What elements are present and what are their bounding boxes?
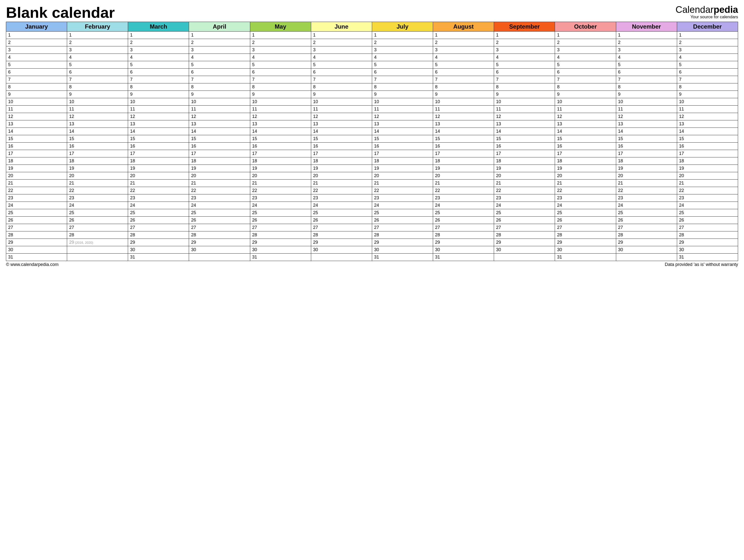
day-cell: 8 — [67, 83, 128, 91]
day-cell: 19 — [128, 165, 189, 172]
day-cell: 25 — [433, 209, 494, 217]
day-cell: 25 — [6, 209, 67, 217]
day-cell: 22 — [128, 187, 189, 194]
day-cell: 9 — [494, 91, 555, 98]
day-cell: 21 — [433, 180, 494, 187]
day-cell: 5 — [677, 61, 738, 69]
day-cell: 30 — [372, 246, 433, 254]
day-cell: 19 — [67, 165, 128, 172]
day-cell: 15 — [128, 135, 189, 143]
day-cell: 21 — [67, 180, 128, 187]
day-cell: 29 — [433, 239, 494, 246]
day-cell: 16 — [311, 143, 372, 150]
day-cell: 18 — [372, 157, 433, 165]
day-cell: 20 — [67, 172, 128, 180]
day-cell: 25 — [250, 209, 311, 217]
day-cell: 31 — [433, 254, 494, 261]
day-row-4: 444444444444 — [6, 54, 738, 61]
day-cell: 7 — [67, 76, 128, 83]
day-cell: 15 — [250, 135, 311, 143]
day-cell: 2 — [616, 39, 677, 46]
day-cell: 4 — [494, 54, 555, 61]
day-cell: 19 — [677, 165, 738, 172]
day-cell: 29 — [189, 239, 250, 246]
day-cell: 12 — [616, 113, 677, 120]
day-cell: 9 — [67, 91, 128, 98]
day-row-10: 101010101010101010101010 — [6, 98, 738, 106]
day-cell: 15 — [67, 135, 128, 143]
day-cell: 30 — [250, 246, 311, 254]
day-cell: 2 — [372, 39, 433, 46]
day-row-11: 111111111111111111111111 — [6, 106, 738, 113]
day-cell: 28 — [616, 231, 677, 239]
day-cell: 18 — [250, 157, 311, 165]
day-cell: 14 — [311, 128, 372, 135]
day-cell: 26 — [616, 217, 677, 224]
day-cell: 21 — [372, 180, 433, 187]
day-cell: 13 — [555, 120, 616, 128]
day-cell: 25 — [128, 209, 189, 217]
day-cell: 24 — [555, 202, 616, 209]
day-cell: 23 — [6, 194, 67, 202]
month-header-february: February — [67, 22, 128, 32]
day-cell — [189, 254, 250, 261]
day-cell: 2 — [6, 39, 67, 46]
day-cell: 23 — [250, 194, 311, 202]
day-cell: 18 — [555, 157, 616, 165]
day-cell: 24 — [250, 202, 311, 209]
day-cell: 29 — [616, 239, 677, 246]
day-cell: 3 — [250, 46, 311, 54]
day-cell: 12 — [494, 113, 555, 120]
day-cell: 10 — [189, 98, 250, 106]
day-row-21: 212121212121212121212121 — [6, 180, 738, 187]
day-cell: 6 — [494, 69, 555, 76]
day-cell: 30 — [128, 246, 189, 254]
day-cell: 18 — [189, 157, 250, 165]
day-row-8: 888888888888 — [6, 83, 738, 91]
day-cell: 31 — [128, 254, 189, 261]
day-cell: 7 — [128, 76, 189, 83]
day-cell — [67, 246, 128, 254]
day-cell: 10 — [67, 98, 128, 106]
day-cell: 15 — [6, 135, 67, 143]
day-cell: 8 — [677, 83, 738, 91]
day-cell: 11 — [372, 106, 433, 113]
day-cell: 19 — [494, 165, 555, 172]
day-cell: 17 — [67, 150, 128, 157]
day-cell: 7 — [189, 76, 250, 83]
day-cell: 1 — [128, 32, 189, 39]
day-cell: 28 — [555, 231, 616, 239]
day-cell: 13 — [67, 120, 128, 128]
day-cell: 17 — [6, 150, 67, 157]
day-cell: 24 — [128, 202, 189, 209]
day-cell: 23 — [372, 194, 433, 202]
day-cell: 10 — [128, 98, 189, 106]
day-cell: 4 — [433, 54, 494, 61]
day-cell: 13 — [128, 120, 189, 128]
day-cell: 12 — [250, 113, 311, 120]
day-cell: 13 — [311, 120, 372, 128]
day-cell: 21 — [250, 180, 311, 187]
day-cell: 24 — [189, 202, 250, 209]
day-cell: 5 — [555, 61, 616, 69]
day-row-15: 151515151515151515151515 — [6, 135, 738, 143]
day-cell: 15 — [433, 135, 494, 143]
day-cell: 27 — [494, 224, 555, 231]
day-cell: 27 — [555, 224, 616, 231]
day-cell: 18 — [6, 157, 67, 165]
day-cell: 19 — [616, 165, 677, 172]
day-cell: 8 — [494, 83, 555, 91]
day-cell: 18 — [494, 157, 555, 165]
day-cell: 4 — [128, 54, 189, 61]
day-cell: 28 — [250, 231, 311, 239]
day-cell: 10 — [311, 98, 372, 106]
day-cell: 6 — [555, 69, 616, 76]
day-row-24: 242424242424242424242424 — [6, 202, 738, 209]
brand-block: Calendarpedia Your source for calendars — [676, 5, 738, 19]
day-cell: 30 — [6, 246, 67, 254]
day-cell: 12 — [433, 113, 494, 120]
day-cell: 28 — [677, 231, 738, 239]
day-cell: 4 — [6, 54, 67, 61]
day-cell: 4 — [616, 54, 677, 61]
day-cell: 1 — [189, 32, 250, 39]
